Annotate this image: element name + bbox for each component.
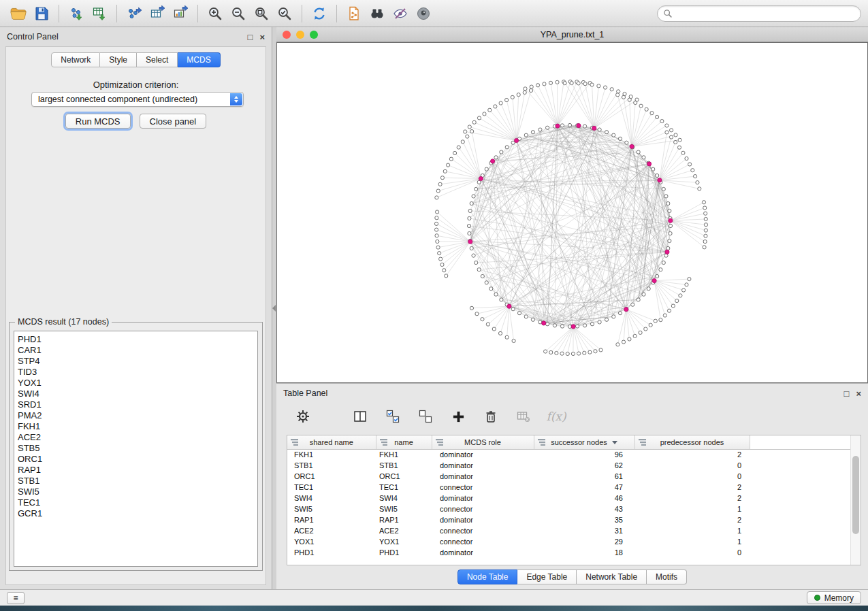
mcds-result-item[interactable]: PMA2 (18, 410, 257, 421)
column-header-shared-name[interactable]: shared name (287, 435, 376, 449)
close-panel-button[interactable]: Close panel (140, 114, 207, 129)
table-cell[interactable]: ORC1 (376, 471, 432, 482)
maximize-window-icon[interactable] (310, 31, 318, 39)
mcds-result-item[interactable]: TID3 (18, 367, 257, 378)
table-row[interactable]: SWI4SWI4dominator462 (287, 493, 861, 503)
mcds-result-item[interactable]: SWI5 (18, 486, 257, 497)
table-cell[interactable]: TEC1 (376, 482, 432, 493)
export-network-button[interactable] (123, 3, 146, 24)
export-table-button[interactable] (146, 3, 169, 24)
mcds-result-item[interactable]: ACE2 (18, 432, 257, 443)
network-window-titlebar[interactable]: YPA_prune.txt_1 (276, 27, 868, 42)
table-cell[interactable]: ORC1 (287, 471, 376, 482)
select-all-button[interactable] (384, 408, 402, 425)
add-column-button[interactable] (449, 408, 467, 425)
table-cell[interactable]: 61 (534, 471, 634, 482)
table-cell[interactable]: SWI5 (287, 503, 376, 514)
search-input[interactable] (673, 9, 855, 18)
table-cell[interactable]: RAP1 (376, 514, 432, 525)
table-cell[interactable]: 1 (634, 503, 750, 514)
refresh-layout-button[interactable] (308, 3, 331, 24)
function-builder-button[interactable]: f(x) (547, 408, 565, 425)
mcds-result-item[interactable]: FKH1 (18, 421, 257, 432)
table-row[interactable]: YOX1YOX1connector291 (287, 536, 861, 547)
table-cell[interactable]: STB1 (287, 460, 376, 471)
table-cell[interactable]: 96 (534, 449, 634, 460)
find-button[interactable] (366, 3, 389, 24)
tab-motifs[interactable]: Motifs (647, 569, 687, 584)
show-columns-button[interactable] (351, 408, 369, 425)
column-header-name[interactable]: name (376, 435, 432, 449)
table-row[interactable]: ACE2ACE2connector311 (287, 525, 861, 536)
table-cell[interactable]: 1 (634, 536, 750, 547)
tab-edge-table[interactable]: Edge Table (517, 569, 577, 584)
table-cell[interactable]: PHD1 (376, 547, 432, 558)
mcds-result-item[interactable]: YOX1 (18, 378, 257, 389)
tab-network[interactable]: Network (51, 52, 100, 67)
table-cell[interactable]: YOX1 (287, 536, 376, 547)
table-cell[interactable]: connector (432, 525, 534, 536)
share-document-button[interactable] (342, 3, 366, 24)
table-cell[interactable]: connector (432, 503, 534, 514)
table-cell[interactable]: PHD1 (287, 547, 376, 558)
table-cell[interactable]: 1 (634, 525, 750, 536)
save-session-button[interactable] (30, 3, 53, 24)
optimization-criterion-select[interactable]: largest connected component (undirected) (31, 92, 244, 107)
table-cell[interactable]: 2 (634, 514, 750, 525)
hide-details-button[interactable] (389, 3, 412, 24)
table-cell[interactable]: 47 (534, 482, 634, 493)
zoom-fit-button[interactable] (250, 3, 273, 24)
column-header-predecessor-nodes[interactable]: predecessor nodes (634, 435, 750, 449)
delete-column-button[interactable] (482, 408, 500, 425)
status-menu-button[interactable]: ≡ (7, 592, 25, 604)
delete-table-button[interactable] (515, 408, 532, 425)
mcds-result-item[interactable]: CAR1 (18, 345, 257, 356)
mcds-result-item[interactable]: RAP1 (18, 465, 257, 476)
table-cell[interactable]: SWI4 (376, 493, 432, 503)
table-cell[interactable]: dominator (432, 449, 534, 460)
table-cell[interactable]: 0 (634, 471, 750, 482)
table-cell[interactable]: 2 (634, 449, 750, 460)
memory-button[interactable]: Memory (807, 591, 861, 604)
table-cell[interactable]: 35 (534, 514, 634, 525)
mcds-result-item[interactable]: SRD1 (18, 399, 257, 410)
network-canvas[interactable] (276, 42, 868, 383)
table-cell[interactable]: dominator (432, 547, 534, 558)
zoom-selected-button[interactable] (273, 3, 296, 24)
table-cell[interactable]: FKH1 (287, 449, 376, 460)
table-row[interactable]: STB1STB1dominator620 (287, 460, 861, 471)
table-cell[interactable]: 2 (634, 482, 750, 493)
zoom-in-button[interactable] (204, 3, 227, 24)
close-panel-icon[interactable]: × (259, 32, 265, 42)
table-cell[interactable]: connector (432, 536, 534, 547)
table-row[interactable]: TEC1TEC1connector472 (287, 482, 861, 493)
table-row[interactable]: PHD1PHD1dominator180 (287, 547, 861, 558)
close-panel-icon[interactable]: × (856, 389, 861, 399)
mcds-result-item[interactable]: STP4 (18, 356, 257, 367)
mcds-result-list[interactable]: PHD1CAR1STP4TID3YOX1SWI4SRD1PMA2FKH1ACE2… (14, 331, 258, 567)
table-cell[interactable]: RAP1 (287, 514, 376, 525)
table-cell[interactable]: SWI4 (287, 493, 376, 503)
mcds-result-item[interactable]: STB1 (18, 476, 257, 486)
table-cell[interactable]: 43 (534, 503, 634, 514)
close-window-icon[interactable] (283, 31, 291, 39)
tab-network-table[interactable]: Network Table (577, 569, 647, 584)
tab-mcds[interactable]: MCDS (178, 52, 220, 67)
table-cell[interactable]: ACE2 (376, 525, 432, 536)
mcds-result-item[interactable]: GCR1 (18, 508, 257, 519)
table-row[interactable]: RAP1RAP1dominator352 (287, 514, 861, 525)
table-cell[interactable]: SWI5 (376, 503, 432, 514)
table-cell[interactable]: dominator (432, 471, 534, 482)
scrollbar-thumb[interactable] (852, 456, 859, 534)
table-cell[interactable]: connector (432, 482, 534, 493)
deselect-all-button[interactable] (417, 408, 434, 425)
table-cell[interactable]: STB1 (376, 460, 432, 471)
float-panel-icon[interactable]: □ (844, 389, 850, 399)
table-cell[interactable]: 0 (634, 460, 750, 471)
open-session-button[interactable] (7, 3, 30, 24)
tab-node-table[interactable]: Node Table (457, 569, 518, 584)
table-row[interactable]: ORC1ORC1dominator610 (287, 471, 861, 482)
table-cell[interactable]: TEC1 (287, 482, 376, 493)
table-row[interactable]: SWI5SWI5connector431 (287, 503, 861, 514)
mcds-result-item[interactable]: ORC1 (18, 454, 257, 465)
